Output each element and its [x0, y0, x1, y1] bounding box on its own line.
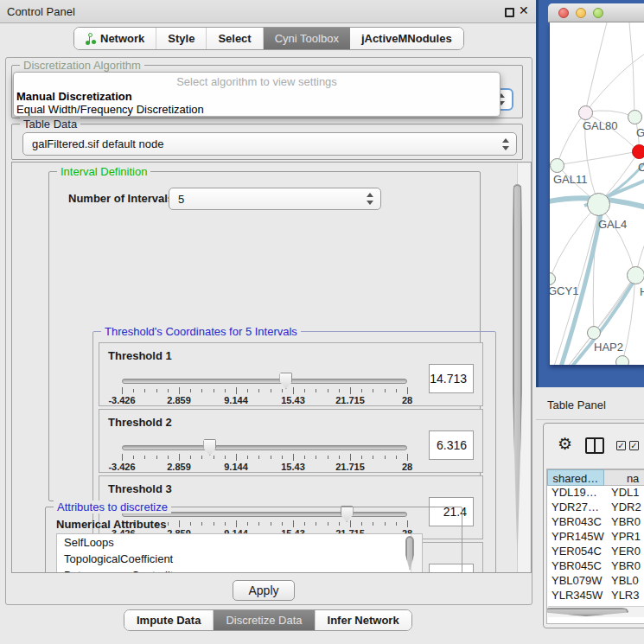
node-table: shared… na YDL19…YDL1YDR27…YDR2YBR043CYB…: [546, 469, 644, 624]
tab-label: Style: [168, 32, 194, 45]
list-scrollbar[interactable]: [411, 534, 422, 573]
tick-label: -3.426: [108, 395, 135, 405]
network-node[interactable]: [587, 193, 610, 216]
cell-shared-name[interactable]: YPR145W: [547, 530, 605, 545]
network-node[interactable]: [550, 158, 564, 173]
tab-label: Infer Network: [328, 614, 399, 627]
tick-label: 9.144: [224, 462, 248, 472]
divider: [536, 419, 644, 420]
cell-shared-name[interactable]: YDR27…: [547, 501, 605, 515]
tick-label: 28: [402, 395, 412, 405]
dropdown-option-manual[interactable]: Manual Discretization: [16, 90, 132, 103]
mac-minimize-icon[interactable]: [576, 8, 586, 18]
table-row[interactable]: YBR043CYBR0: [547, 515, 644, 530]
split-view-icon[interactable]: [585, 437, 604, 454]
network-canvas[interactable]: GAL80 GA C GAL11 GAL4 GCY1 H HAP2: [550, 22, 644, 365]
threshold-value-field[interactable]: 6.316: [429, 430, 474, 460]
list-item[interactable]: TopologicalCoefficient: [57, 551, 422, 567]
tab-label: jActiveMNodules: [361, 32, 452, 45]
network-node[interactable]: [615, 355, 629, 365]
slider-track[interactable]: [122, 379, 407, 384]
column-header-shared[interactable]: shared…: [547, 469, 604, 486]
interval-definition-group: Interval Definition Number of Intervals …: [48, 171, 481, 501]
list-item[interactable]: SelfLoops: [57, 534, 422, 551]
combo-arrows-icon: [366, 193, 373, 205]
mac-zoom-icon[interactable]: [593, 8, 603, 18]
network-node[interactable]: [578, 105, 593, 120]
cell-shared-name[interactable]: YBR045C: [547, 559, 605, 574]
tab-discretize-data[interactable]: Discretize Data: [214, 610, 315, 630]
threshold-slider[interactable]: -3.4262.8599.14415.4321.71528: [122, 441, 407, 472]
threshold-slider[interactable]: -3.4262.8599.14415.4321.71528: [122, 374, 407, 405]
number-of-intervals-combobox[interactable]: 5: [169, 188, 381, 210]
gear-icon[interactable]: ⚙: [558, 434, 572, 454]
table-row[interactable]: YPR145WYPR1: [547, 530, 644, 545]
tab-style[interactable]: Style: [156, 28, 207, 49]
tab-label: Cyni Toolbox: [275, 32, 339, 45]
tick-label: 28: [402, 462, 412, 472]
slider-scale: -3.4262.8599.14415.4321.71528: [122, 395, 407, 405]
cell-name[interactable]: YBL0: [605, 574, 644, 589]
list-item[interactable]: BetweennessCentrality: [57, 567, 422, 573]
cell-name[interactable]: YLR3: [605, 589, 644, 603]
table-hscrollbar[interactable]: [548, 606, 644, 617]
table-row[interactable]: YBL079WYBL0: [547, 574, 644, 589]
checkbox-icon[interactable]: ✓: [616, 441, 626, 450]
cell-shared-name[interactable]: YER054C: [547, 545, 605, 559]
table-row[interactable]: YBR045CYBR0: [547, 559, 644, 574]
node-table-container: ⚙ ✓ ✓ shared… na YDL19…YDL1YDR27…YDR2YBR…: [543, 423, 644, 628]
tick-label: 15.43: [281, 395, 305, 405]
table-row[interactable]: YLR345WYLR3: [547, 589, 644, 603]
cell-name[interactable]: YDR2: [605, 501, 644, 515]
tab-infer-network[interactable]: Infer Network: [316, 610, 411, 630]
network-view-window: GAL80 GA C GAL11 GAL4 GCY1 H HAP2: [536, 0, 644, 387]
tab-network[interactable]: Network: [74, 28, 156, 49]
dropdown-hint: Select algorithm to view settings: [14, 75, 500, 88]
node-label: GAL80: [583, 119, 617, 132]
tick-label: 2.859: [167, 462, 191, 472]
cell-name[interactable]: YBR0: [605, 559, 644, 574]
table-data-combobox[interactable]: galFiltered.sif default node: [22, 132, 517, 156]
mac-close-icon[interactable]: [558, 8, 569, 18]
cell-name[interactable]: YPR1: [605, 530, 644, 545]
tab-impute-data[interactable]: Impute Data: [124, 610, 214, 630]
node-label: H: [640, 285, 644, 298]
slider-ticks: [122, 454, 407, 461]
slider-track[interactable]: [122, 445, 407, 450]
table-row[interactable]: YDR27…YDR2: [547, 501, 644, 515]
threshold-value-field[interactable]: 14.713: [429, 364, 474, 393]
cell-name[interactable]: YDL1: [605, 486, 644, 501]
tab-jactivemnodules[interactable]: jActiveMNodules: [350, 28, 463, 49]
network-node[interactable]: [627, 266, 644, 284]
panel-scrollbar[interactable]: [517, 163, 530, 572]
numerical-attributes-list[interactable]: SelfLoops TopologicalCoefficient Between…: [56, 533, 423, 573]
settings-scroll-panel: Interval Definition Number of Intervals …: [11, 162, 532, 573]
dropdown-option-equal-width[interactable]: Equal Width/Frequency Discretization: [16, 103, 204, 116]
tab-label: Network: [100, 32, 144, 45]
float-panel-icon[interactable]: [505, 8, 514, 17]
network-node[interactable]: [632, 144, 644, 159]
cell-shared-name[interactable]: YLR345W: [547, 589, 605, 603]
apply-button[interactable]: Apply: [233, 580, 295, 601]
cell-name[interactable]: YER0: [605, 545, 644, 559]
tab-select[interactable]: Select: [207, 28, 263, 49]
network-window-titlebar[interactable]: [548, 3, 644, 22]
cell-shared-name[interactable]: YDL19…: [547, 486, 605, 501]
network-node[interactable]: [628, 110, 642, 124]
slider-thumb[interactable]: [249, 572, 262, 573]
tab-cyni-toolbox[interactable]: Cyni Toolbox: [264, 28, 350, 49]
checkbox-icon[interactable]: ✓: [629, 441, 639, 450]
table-row[interactable]: YDL19…YDL1: [547, 486, 644, 501]
network-node[interactable]: [587, 326, 601, 340]
cyni-toolbox-panel: Discretization Algorithm Select algorith…: [5, 57, 532, 605]
table-row[interactable]: YER054CYER0: [547, 545, 644, 559]
cell-shared-name[interactable]: YBR043C: [547, 515, 605, 530]
group-title: Threshold's Coordinates for 5 Intervals: [101, 325, 301, 338]
cell-shared-name[interactable]: YBL079W: [547, 574, 605, 589]
attributes-group: Attributes to discretize Numerical Attri…: [45, 507, 462, 573]
cell-name[interactable]: YBR0: [605, 515, 644, 530]
combo-value: galFiltered.sif default node: [32, 137, 163, 150]
close-icon[interactable]: ✕: [519, 3, 529, 17]
table-panel: Table Panel ⚙ ✓ ✓ shared… na YDL19…YDL1Y…: [536, 387, 644, 644]
column-header-name[interactable]: na: [604, 469, 644, 486]
